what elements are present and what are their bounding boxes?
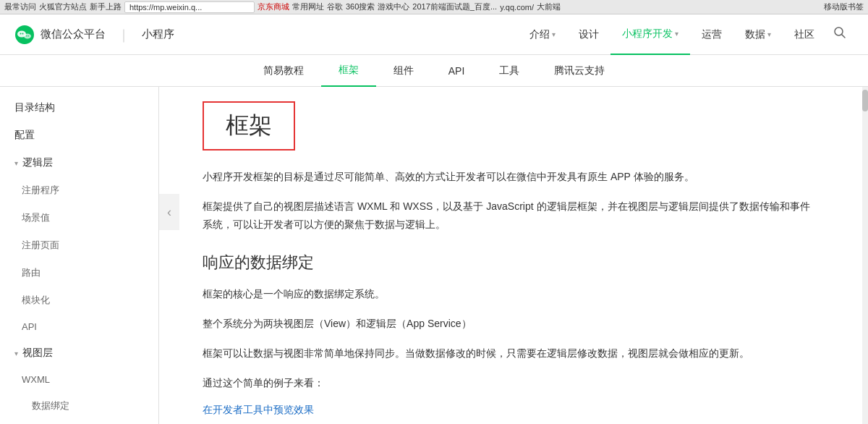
nav-data[interactable]: 数据 ▾ [733,14,783,55]
right-scrollbar[interactable] [862,87,868,424]
svg-point-4 [24,33,31,38]
sidebar-item-wxml[interactable]: WXML [0,367,158,392]
view-layer-arrow: ▾ [14,349,18,357]
bookmark-360[interactable]: 360搜索 [346,1,375,12]
svg-point-6 [27,35,29,37]
nav-operations[interactable]: 运营 [690,14,733,55]
svg-point-5 [26,35,27,37]
top-navigation: 微信公众平台 ｜ 小程序 介绍 ▾ 设计 小程序开发 ▾ 运营 数据 ▾ 社区 [0,14,868,55]
binding-para5: 框架可以让数据与视图非常简单地保持同步。当做数据修改的时候，只需要在逻辑层修改数… [203,344,819,362]
bookmark-google[interactable]: 谷歌 [327,1,343,12]
intro-arrow: ▾ [552,30,556,38]
platform-name: 微信公众平台 [41,27,106,41]
platform-subtitle: 小程序 [142,27,174,41]
subnav-framework[interactable]: 框架 [321,55,376,87]
sidebar: 目录结构 配置 ▾ 逻辑层 注册程序 场景值 注册页面 路由 模块化 API ▾… [0,87,159,424]
page-title-box: 框架 [203,101,295,150]
bookmark-interview[interactable]: 2017前端面试题_百度... [412,1,497,12]
bookmark-game[interactable]: 游戏中心 [378,1,409,12]
subnav-tools[interactable]: 工具 [482,55,537,87]
logic-layer-arrow: ▾ [14,159,18,167]
data-arrow: ▾ [767,30,771,38]
binding-para4: 整个系统分为两块视图层（View）和逻辑层（App Service） [203,315,819,333]
binding-para6: 通过这个简单的例子来看： [203,374,819,392]
nav-intro[interactable]: 介绍 ▾ [518,14,567,55]
scrollbar-thumb [862,90,868,111]
subnav-components[interactable]: 组件 [376,55,431,87]
sidebar-item-register-app[interactable]: 注册程序 [0,177,158,204]
bookmark-common[interactable]: 常用网址 [292,1,324,12]
bookmark-frequently-visited[interactable]: 最常访问 [4,1,36,12]
bookmark-yqq[interactable]: y.qq.com/ [500,3,534,12]
svg-line-8 [842,35,846,38]
sidebar-item-logic-layer[interactable]: ▾ 逻辑层 [0,149,158,177]
nav-design[interactable]: 设计 [567,14,610,55]
page-title: 框架 [226,112,272,138]
svg-point-2 [20,33,22,34]
sidebar-item-view-layer[interactable]: ▾ 视图层 [0,339,158,367]
dev-arrow: ▾ [675,30,678,38]
preview-link[interactable]: 在开发者工具中预览效果 [203,404,314,415]
sidebar-item-list-render[interactable]: 列表渲染 [0,420,158,424]
sidebar-item-register-page[interactable]: 注册页面 [0,232,158,259]
nav-divider: ｜ [117,26,130,43]
bookmark-newbie[interactable]: 新手上路 [90,1,122,12]
main-layout: 目录结构 配置 ▾ 逻辑层 注册程序 场景值 注册页面 路由 模块化 API ▾… [0,87,868,424]
bookmark-url[interactable]: https://mp.weixin.q... [124,1,255,13]
sidebar-item-routing[interactable]: 路由 [0,259,158,287]
bookmark-jd[interactable]: 京东商城 [258,1,289,12]
nav-miniprogram-dev[interactable]: 小程序开发 ▾ [610,14,690,55]
sidebar-item-directory[interactable]: 目录结构 [0,94,158,122]
section-data-binding-title: 响应的数据绑定 [203,252,819,274]
subnav-api[interactable]: API [431,55,482,87]
wechat-logo-icon [14,25,35,45]
sidebar-item-modular[interactable]: 模块化 [0,287,158,314]
nav-community[interactable]: 社区 [783,14,826,55]
binding-para3: 框架的核心是一个响应的数据绑定系统。 [203,285,819,303]
search-icon [833,26,846,39]
content-area: 框架 小程序开发框架的目标是通过尽可能简单、高效的方式让开发者可以在微信中开发具… [159,87,862,424]
logo-area: 微信公众平台 ｜ 小程序 [14,25,174,45]
svg-point-3 [22,33,24,34]
nav-arrow-left[interactable]: ‹ [159,194,179,230]
subnav-tutorial[interactable]: 简易教程 [246,55,321,87]
sidebar-item-data-binding[interactable]: 数据绑定 [0,392,158,420]
bookmark-mobile[interactable]: 移动版书签 [824,1,864,12]
sidebar-item-api[interactable]: API [0,314,158,339]
sub-navigation: 简易教程 框架 组件 API 工具 腾讯云支持 [0,55,868,87]
sidebar-item-config[interactable]: 配置 [0,122,158,149]
top-nav-links: 介绍 ▾ 设计 小程序开发 ▾ 运营 数据 ▾ 社区 [518,14,854,55]
search-button[interactable] [826,26,854,43]
bookmark-frontend[interactable]: 大前端 [537,1,561,12]
browser-bar: 最常访问 火狐官方站点 新手上路 https://mp.weixin.q... … [0,0,868,14]
subnav-tencent-cloud[interactable]: 腾讯云支持 [537,55,622,87]
intro-para2: 框架提供了自己的视图层描述语言 WXML 和 WXSS，以及基于 JavaScr… [203,198,819,234]
sidebar-item-scene-value[interactable]: 场景值 [0,204,158,232]
intro-para1: 小程序开发框架的目标是通过尽可能简单、高效的方式让开发者可以在微信中开发具有原生… [203,168,819,186]
bookmark-firefox[interactable]: 火狐官方站点 [39,1,87,12]
